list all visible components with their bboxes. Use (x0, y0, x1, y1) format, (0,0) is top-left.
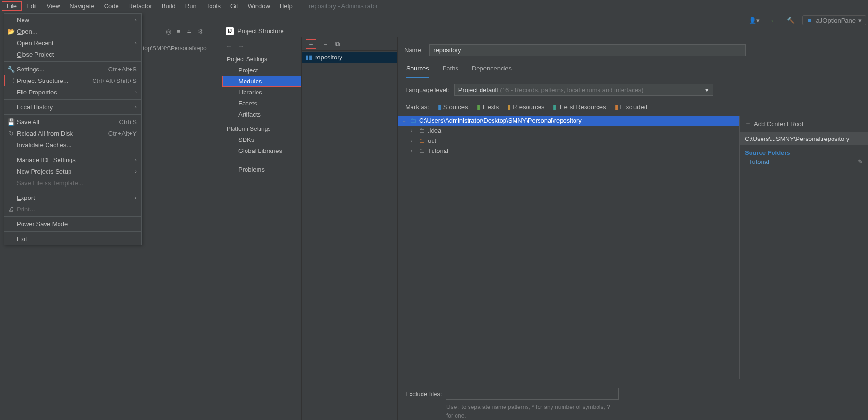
folder-icon: ▮ (477, 104, 480, 111)
menu-item-icon: 🖨 (7, 206, 15, 213)
file-menu-dropdown: New›📂Open...Open Recent›Close Project🔧Se… (4, 13, 142, 245)
folder-icon: ▮ (615, 104, 618, 111)
settings-categories: ← → Project Settings Project Modules Lib… (222, 37, 302, 420)
build-icon[interactable]: 🔨 (784, 16, 798, 25)
edit-icon[interactable]: ✎ (858, 158, 863, 165)
tree-item-idea[interactable]: › 🗀 .idea (398, 126, 739, 136)
module-folder-icon: ▮▮ (305, 54, 312, 61)
folder-icon: 🗀 (419, 147, 425, 154)
chevron-right-icon: › (411, 138, 416, 143)
menu-item-icon: 📂 (7, 28, 15, 35)
tab-paths[interactable]: Paths (443, 61, 458, 78)
menu-git[interactable]: Git (225, 1, 243, 11)
back-arrow-icon[interactable]: ← (767, 16, 779, 25)
menu-view[interactable]: View (42, 1, 65, 11)
menu-item-icon: 🔧 (7, 66, 15, 73)
mark-sources[interactable]: ▮Sources (438, 104, 468, 111)
run-config-selector[interactable]: aJOptionPane ▾ (802, 15, 866, 25)
chevron-right-icon: › (135, 17, 137, 23)
folder-icon: 🗀 (419, 127, 425, 134)
file-menu-manage-ide-settings[interactable]: Manage IDE Settings› (4, 154, 141, 165)
chevron-right-icon: › (135, 195, 137, 200)
module-name-input[interactable] (429, 44, 746, 56)
file-menu-save-file-as-template-: Save File as Template... (4, 177, 141, 188)
file-menu-reload-all-from-disk[interactable]: ↻Reload All from DiskCtrl+Alt+Y (4, 128, 141, 139)
file-menu-new[interactable]: New› (4, 14, 141, 25)
cat-global-libraries[interactable]: Global Libraries (222, 145, 301, 156)
menu-navigate[interactable]: Navigate (65, 1, 99, 11)
menu-item-icon: ↻ (7, 130, 15, 137)
menu-build[interactable]: Build (157, 1, 180, 11)
folder-icon: ▮ (438, 104, 441, 111)
menu-run[interactable]: Run (180, 1, 201, 11)
expand-icon[interactable]: ≡ (177, 28, 181, 35)
project-settings-header: Project Settings (222, 54, 301, 65)
language-level-select[interactable]: Project default (16 - Records, patterns,… (454, 84, 713, 96)
file-menu-export[interactable]: Export› (4, 192, 141, 203)
add-module-button[interactable]: ＋ (306, 40, 316, 48)
menu-help[interactable]: Help (275, 1, 297, 11)
cat-modules[interactable]: Modules (222, 76, 301, 87)
menu-refactor[interactable]: Refactor (124, 1, 157, 11)
file-menu-invalidate-caches-[interactable]: Invalidate Caches... (4, 139, 141, 151)
user-icon[interactable]: 👤▾ (746, 16, 762, 25)
file-menu-settings-[interactable]: 🔧Settings...Ctrl+Alt+S (4, 63, 141, 75)
platform-settings-header: Platform Settings (222, 124, 301, 134)
cat-libraries[interactable]: Libraries (222, 87, 301, 98)
chevron-right-icon: › (135, 40, 137, 46)
file-menu-local-history[interactable]: Local History› (4, 101, 141, 113)
file-menu-exit[interactable]: Exit (4, 233, 141, 245)
file-menu-close-project[interactable]: Close Project (4, 48, 141, 60)
mark-test-resources[interactable]: ▮Test Resources (553, 104, 606, 111)
file-menu-file-properties[interactable]: File Properties› (4, 86, 141, 98)
mark-excluded[interactable]: ▮Excluded (615, 104, 647, 111)
folder-icon: 🗀 (419, 137, 425, 144)
main-menu-bar: File Edit View Navigate Code Refactor Bu… (0, 0, 868, 12)
tree-item-tutorial[interactable]: › 🗀 Tutorial (398, 146, 739, 156)
tree-item-out[interactable]: › 🗀 out (398, 136, 739, 146)
remove-module-button[interactable]: － (322, 40, 328, 48)
cat-artifacts[interactable]: Artifacts (222, 109, 301, 120)
menu-file[interactable]: File (2, 1, 22, 11)
module-detail-panel: Name: Sources Paths Dependencies Languag… (398, 37, 868, 420)
plus-icon: ＋ (745, 119, 751, 128)
cup-icon (807, 17, 813, 23)
window-title: repository - Administrator (309, 2, 378, 10)
folder-icon: 🗀 (410, 117, 416, 124)
cat-facets[interactable]: Facets (222, 98, 301, 109)
add-content-root-button[interactable]: ＋ Add Content Root (740, 116, 868, 132)
file-menu-open-recent[interactable]: Open Recent› (4, 37, 141, 48)
cat-sdks[interactable]: SDKs (222, 134, 301, 145)
tab-dependencies[interactable]: Dependencies (472, 61, 512, 78)
menu-item-icon: ⛶ (7, 77, 15, 84)
nav-forward-icon[interactable]: → (238, 42, 244, 49)
file-menu-new-projects-setup[interactable]: New Projects Setup› (4, 165, 141, 177)
gear-icon[interactable]: ⚙ (198, 28, 203, 35)
menu-window[interactable]: Window (243, 1, 275, 11)
name-label: Name: (404, 47, 422, 54)
exclude-files-label: Exclude files: (405, 390, 442, 397)
tab-sources[interactable]: Sources (406, 61, 429, 78)
content-root-path[interactable]: C:\Users\...SMNY\Personal\repository (740, 132, 868, 145)
tree-root[interactable]: ⌄ 🗀 C:\Users\Administrator\Desktop\SMNY\… (398, 116, 739, 126)
target-icon[interactable]: ◎ (166, 28, 171, 35)
menu-edit[interactable]: Edit (22, 1, 42, 11)
mark-resources[interactable]: ▮Resources (507, 104, 544, 111)
source-folder-item[interactable]: Tutorial ✎ (745, 156, 863, 165)
module-item-repository[interactable]: ▮▮ repository (302, 52, 397, 63)
menu-tools[interactable]: Tools (201, 1, 225, 11)
cat-problems[interactable]: Problems (222, 164, 301, 175)
cat-project[interactable]: Project (222, 65, 301, 76)
chevron-right-icon: › (411, 148, 416, 153)
menu-code[interactable]: Code (99, 1, 124, 11)
collapse-icon[interactable]: ≐ (187, 28, 192, 35)
mark-tests[interactable]: ▮Tests (477, 104, 499, 111)
chevron-down-icon: ⌄ (402, 118, 407, 123)
file-menu-project-structure-[interactable]: ⛶Project Structure...Ctrl+Alt+Shift+S (4, 75, 141, 86)
copy-module-button[interactable]: ⧉ (335, 40, 340, 48)
file-menu-open-[interactable]: 📂Open... (4, 25, 141, 37)
exclude-files-input[interactable] (446, 388, 619, 400)
nav-back-icon[interactable]: ← (226, 42, 232, 49)
file-menu-power-save-mode[interactable]: Power Save Mode (4, 218, 141, 230)
file-menu-save-all[interactable]: 💾Save AllCtrl+S (4, 116, 141, 128)
